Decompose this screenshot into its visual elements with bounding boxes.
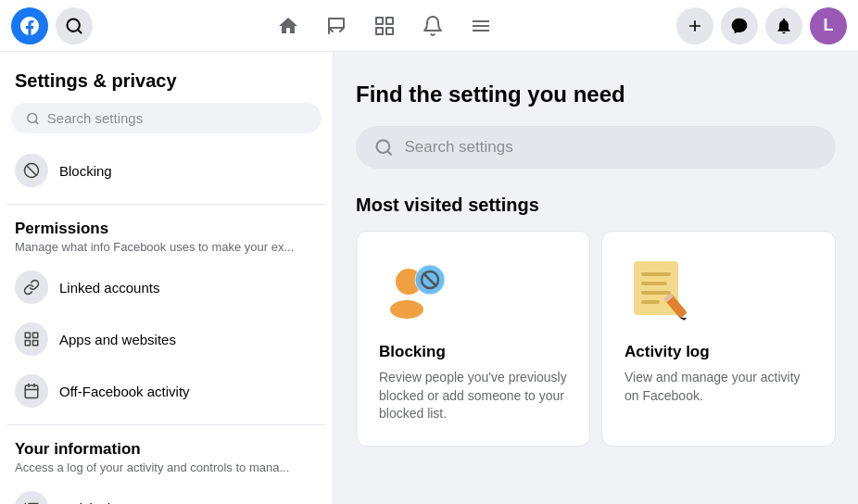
link-icon: [15, 271, 48, 304]
your-info-section-desc: Access a log of your activity and contro…: [7, 460, 325, 482]
your-info-section-title: Your information: [7, 433, 325, 460]
main-search-input[interactable]: [405, 138, 818, 157]
permissions-section-desc: Manage what info Facebook uses to make y…: [7, 240, 325, 261]
sidebar-item-blocking[interactable]: Blocking: [7, 145, 325, 196]
sidebar-item-activity-log[interactable]: Activity log: [7, 482, 325, 504]
nav-search-button[interactable]: [56, 7, 93, 44]
divider-1: [7, 204, 325, 205]
blocking-card-title: Blocking: [379, 343, 567, 361]
main-search-icon: [374, 137, 394, 158]
activity-log-card-desc: View and manage your activity on Faceboo…: [625, 369, 813, 405]
sidebar-item-apps-websites[interactable]: Apps and websites: [7, 313, 325, 365]
main-content: Find the setting you need Most visited s…: [334, 52, 858, 504]
nav-pages-button[interactable]: [314, 6, 359, 46]
sidebar-item-label: Off-Facebook activity: [59, 384, 190, 399]
sidebar-search-icon: [26, 111, 40, 126]
activity-log-card-title: Activity log: [625, 343, 813, 361]
calendar-icon: [15, 374, 48, 408]
svg-line-7: [35, 120, 38, 123]
svg-point-32: [390, 300, 423, 319]
blocking-card-desc: Review people you've previously blocked …: [379, 369, 567, 423]
svg-rect-34: [641, 272, 671, 276]
nav-home-button[interactable]: [266, 6, 310, 46]
divider-2: [7, 424, 325, 425]
sidebar-item-label: Apps and websites: [59, 332, 176, 347]
svg-rect-36: [641, 291, 671, 295]
list-icon: [15, 491, 48, 504]
sidebar-item-label: Activity log: [59, 500, 126, 505]
svg-rect-4: [376, 28, 383, 34]
sidebar-item-label: Linked accounts: [59, 280, 159, 296]
svg-rect-37: [641, 300, 660, 304]
svg-rect-12: [25, 341, 30, 346]
card-activity-log[interactable]: Activity log View and manage your activi…: [601, 231, 836, 447]
sidebar-search-input[interactable]: [47, 110, 307, 126]
most-visited-title: Most visited settings: [356, 195, 836, 216]
apps-icon: [15, 322, 48, 356]
activity-log-card-icon: [625, 254, 699, 328]
svg-line-26: [387, 151, 391, 155]
blocking-icon: [15, 154, 48, 187]
facebook-logo[interactable]: [11, 7, 48, 44]
messenger-button[interactable]: [721, 7, 758, 44]
card-blocking[interactable]: Blocking Review people you've previously…: [356, 231, 590, 447]
user-avatar[interactable]: L: [810, 7, 847, 44]
main-area: Settings & privacy Blocking Permissions …: [0, 52, 858, 504]
nav-menu-button[interactable]: [459, 6, 503, 46]
svg-rect-2: [376, 18, 383, 24]
permissions-section-title: Permissions: [7, 212, 325, 240]
sidebar-title: Settings & privacy: [7, 63, 325, 103]
sidebar-item-label: Blocking: [59, 163, 112, 179]
nav-left: [11, 7, 93, 44]
svg-rect-35: [641, 282, 667, 285]
content-title: Find the setting you need: [356, 82, 836, 107]
nav-marketplace-button[interactable]: [362, 6, 407, 46]
sidebar: Settings & privacy Blocking Permissions …: [0, 52, 334, 504]
svg-line-1: [78, 29, 82, 32]
svg-rect-11: [33, 333, 38, 337]
create-button[interactable]: [676, 7, 713, 44]
sidebar-item-linked-accounts[interactable]: Linked accounts: [7, 261, 325, 313]
svg-rect-14: [25, 385, 38, 398]
nav-right: L: [676, 7, 847, 44]
svg-rect-13: [33, 341, 38, 346]
top-navigation: L: [0, 0, 858, 52]
notifications-button[interactable]: [765, 7, 802, 44]
nav-center: [100, 6, 669, 46]
svg-line-9: [27, 166, 37, 176]
svg-rect-3: [386, 18, 393, 24]
sidebar-search-box[interactable]: [11, 103, 322, 133]
main-search-box[interactable]: [356, 126, 836, 169]
sidebar-item-off-facebook[interactable]: Off-Facebook activity: [7, 365, 325, 417]
blocking-card-icon: [379, 254, 453, 328]
nav-watch-button[interactable]: [410, 6, 455, 46]
cards-grid: Blocking Review people you've previously…: [356, 231, 836, 447]
svg-rect-10: [25, 333, 30, 337]
svg-rect-5: [386, 28, 393, 34]
